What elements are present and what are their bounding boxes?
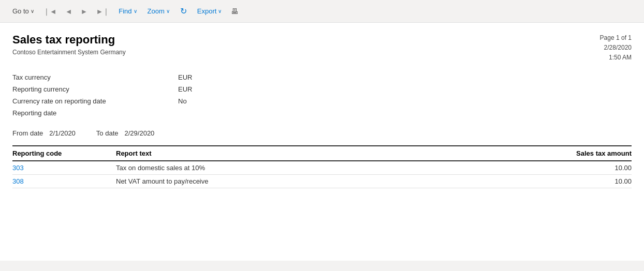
find-chevron-icon: ∨ xyxy=(134,8,137,14)
goto-label: Go to xyxy=(12,7,29,15)
page-info-line1: Page 1 of 1 xyxy=(600,33,632,43)
report-company: Contoso Entertainment System Germany xyxy=(12,49,126,56)
from-date-value: 2/1/2020 xyxy=(49,129,76,137)
col-header-amount: Sales tax amount xyxy=(549,146,632,161)
field-row-reporting-date: Reporting date xyxy=(12,107,632,119)
field-value-currency-rate: No xyxy=(178,97,187,105)
print-button[interactable]: 🖶 xyxy=(228,5,241,18)
field-label-tax-currency: Tax currency xyxy=(12,73,178,81)
table-cell-code[interactable]: 308 xyxy=(12,174,116,188)
nav-prev-button[interactable]: ◄ xyxy=(62,5,76,18)
export-button[interactable]: Export ∨ xyxy=(193,5,226,17)
report-table: Reporting code Report text Sales tax amo… xyxy=(12,145,632,188)
report-fields: Tax currency EUR Reporting currency EUR … xyxy=(12,71,632,119)
goto-button[interactable]: Go to ∨ xyxy=(8,5,38,17)
col-header-text: Report text xyxy=(116,146,549,161)
field-row-currency-rate: Currency rate on reporting date No xyxy=(12,95,632,107)
field-row-reporting-currency: Reporting currency EUR xyxy=(12,83,632,95)
table-header-row: Reporting code Report text Sales tax amo… xyxy=(12,146,632,161)
report-header: Sales tax reporting Contoso Entertainmen… xyxy=(12,33,632,63)
table-cell-amount: 10.00 xyxy=(549,174,632,188)
table-row: 308Net VAT amount to pay/receive10.00 xyxy=(12,174,632,188)
date-range-row: From date 2/1/2020 To date 2/29/2020 xyxy=(12,125,632,141)
export-chevron-icon: ∨ xyxy=(218,8,222,14)
page-info-line2: 2/28/2020 xyxy=(600,43,632,53)
report-page-info: Page 1 of 1 2/28/2020 1:50 AM xyxy=(600,33,632,63)
find-button[interactable]: Find ∨ xyxy=(114,5,141,17)
table-cell-text: Tax on domestic sales at 10% xyxy=(116,161,549,175)
report-container: Sales tax reporting Contoso Entertainmen… xyxy=(0,23,644,261)
nav-next-button[interactable]: ► xyxy=(78,5,91,18)
export-label: Export xyxy=(197,7,217,15)
goto-chevron-icon: ∨ xyxy=(31,8,34,14)
toolbar: Go to ∨ ❘◄ ◄ ► ►❘ Find ∨ Zoom ∨ ↻ Export… xyxy=(0,0,644,23)
report-title: Sales tax reporting xyxy=(12,33,126,47)
table-cell-text: Net VAT amount to pay/receive xyxy=(116,174,549,188)
from-date-label: From date xyxy=(12,129,43,137)
nav-last-button[interactable]: ►❘ xyxy=(93,5,112,18)
print-icon: 🖶 xyxy=(231,7,238,16)
to-date-value: 2/29/2020 xyxy=(125,129,155,137)
nav-first-button[interactable]: ❘◄ xyxy=(40,5,60,18)
field-value-reporting-currency: EUR xyxy=(178,85,192,93)
zoom-button[interactable]: Zoom ∨ xyxy=(143,5,174,17)
field-label-reporting-currency: Reporting currency xyxy=(12,85,178,93)
zoom-chevron-icon: ∨ xyxy=(166,8,170,14)
page-info-line3: 1:50 AM xyxy=(600,53,632,63)
refresh-button[interactable]: ↻ xyxy=(176,4,191,18)
to-date-label: To date xyxy=(96,129,119,137)
find-label: Find xyxy=(119,7,131,15)
col-header-code: Reporting code xyxy=(12,146,116,161)
field-value-tax-currency: EUR xyxy=(178,73,192,81)
report-header-left: Sales tax reporting Contoso Entertainmen… xyxy=(12,33,126,56)
field-row-tax-currency: Tax currency EUR xyxy=(12,71,632,83)
refresh-icon: ↻ xyxy=(180,6,187,16)
field-label-currency-rate: Currency rate on reporting date xyxy=(12,97,178,105)
table-cell-amount: 10.00 xyxy=(549,161,632,175)
field-label-reporting-date: Reporting date xyxy=(12,109,178,117)
table-cell-code[interactable]: 303 xyxy=(12,161,116,175)
table-row: 303Tax on domestic sales at 10%10.00 xyxy=(12,161,632,175)
zoom-label: Zoom xyxy=(148,7,165,15)
